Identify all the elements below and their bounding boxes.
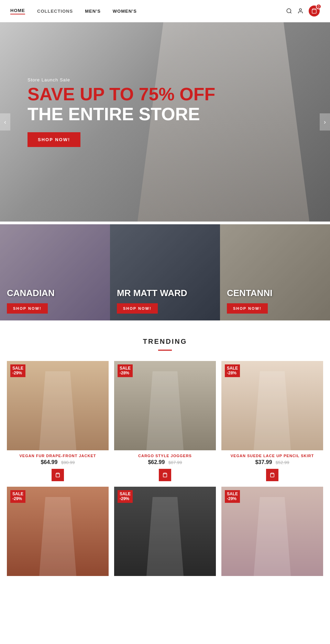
collection-overlay-2: MR MATT WARD SHOP NOW! — [110, 224, 220, 320]
price-current-3: $37.99 — [255, 459, 272, 465]
product-name-3: VEGAN SUEDE LACE UP PENCIL SKIRT — [221, 454, 323, 458]
price-old-2: $87.99 — [168, 460, 182, 465]
collection-cta-centanni[interactable]: SHOP NOW! — [227, 303, 268, 314]
sale-badge-2: SALE -28% — [118, 364, 133, 377]
product-image-3[interactable]: SALE -28% — [221, 361, 323, 450]
section-divider — [158, 350, 172, 351]
collection-title-canadian: CANADIAN — [7, 288, 103, 298]
hero-content: Store Launch Sale SAVE UP TO 75% OFF THE… — [28, 77, 215, 147]
hero-sale-text: SAVE UP TO 75% OFF — [28, 85, 215, 103]
header-icons: 0 — [286, 5, 320, 16]
product-card-6: SALE -29% — [221, 487, 323, 576]
sale-badge-4: SALE -29% — [10, 490, 25, 503]
price-old-3: $52.99 — [276, 460, 289, 465]
user-icon — [297, 8, 304, 14]
hero-tagline: THE ENTIRE STORE — [28, 104, 215, 124]
product-actions-1 — [7, 469, 109, 481]
hero-next-button[interactable]: › — [320, 113, 330, 131]
product-card-2: SALE -28% CARGO STYLE JOGGERS $62.99 $87… — [114, 361, 216, 481]
trending-title: TRENDING — [7, 338, 323, 346]
hero-cta-button[interactable]: SHOP NOW! — [28, 132, 80, 147]
product-actions-3 — [221, 469, 323, 481]
product-image-6[interactable]: SALE -29% — [221, 487, 323, 576]
product-card-5: SALE -29% — [114, 487, 216, 576]
product-price-3: $37.99 $52.99 — [221, 459, 323, 465]
sale-badge-5: SALE -29% — [118, 490, 133, 503]
hero-prev-button[interactable]: ‹ — [0, 113, 10, 131]
nav-mens[interactable]: MEN'S — [85, 9, 101, 14]
search-button[interactable] — [286, 8, 292, 14]
hero-section: Store Launch Sale SAVE UP TO 75% OFF THE… — [0, 22, 330, 222]
search-icon — [286, 8, 292, 14]
trending-section: TRENDING SALE -29% VEGAN FUR DRAPE-FRONT… — [0, 320, 330, 583]
add-to-cart-button-2[interactable] — [159, 469, 171, 481]
collection-title-mrward: MR MATT WARD — [117, 288, 213, 298]
sale-badge-1: SALE -29% — [10, 364, 25, 377]
collection-item-canadian[interactable]: CANADIAN SHOP NOW! — [0, 224, 110, 320]
price-current-1: $64.99 — [41, 459, 57, 465]
product-image-1[interactable]: SALE -29% — [7, 361, 109, 450]
svg-point-0 — [287, 9, 291, 13]
cart-add-icon-2 — [163, 473, 167, 477]
product-image-4[interactable]: SALE -29% — [7, 487, 109, 576]
nav-womens[interactable]: WOMEN'S — [113, 9, 137, 14]
collections-grid: CANADIAN SHOP NOW! MR MATT WARD SHOP NOW… — [0, 224, 330, 320]
user-button[interactable] — [297, 8, 304, 14]
product-price-1: $64.99 $90.99 — [7, 459, 109, 465]
collection-cta-mrward[interactable]: SHOP NOW! — [117, 303, 158, 314]
cart-badge: 0 — [316, 4, 321, 9]
cart-add-icon-3 — [270, 473, 275, 477]
collection-title-centanni: CENTANNI — [227, 288, 323, 298]
add-to-cart-button-3[interactable] — [266, 469, 278, 481]
products-grid: SALE -29% VEGAN FUR DRAPE-FRONT JACKET $… — [7, 361, 323, 576]
svg-line-1 — [290, 12, 291, 13]
price-current-2: $62.99 — [148, 459, 165, 465]
collection-overlay-1: CANADIAN SHOP NOW! — [0, 224, 110, 320]
sale-badge-3: SALE -28% — [225, 364, 240, 377]
price-old-1: $90.99 — [61, 460, 75, 465]
collection-item-centanni[interactable]: CENTANNI SHOP NOW! — [220, 224, 330, 320]
nav-collections[interactable]: COLLECTIONS — [37, 9, 73, 14]
collection-item-mrward[interactable]: MR MATT WARD SHOP NOW! — [110, 224, 220, 320]
product-card-3: SALE -28% VEGAN SUEDE LACE UP PENCIL SKI… — [221, 361, 323, 481]
collection-cta-canadian[interactable]: SHOP NOW! — [7, 303, 48, 314]
sale-badge-6: SALE -29% — [225, 490, 240, 503]
product-actions-2 — [114, 469, 216, 481]
hero-subtitle: Store Launch Sale — [28, 77, 215, 82]
svg-point-2 — [299, 9, 301, 11]
collection-overlay-3: CENTANNI SHOP NOW! — [220, 224, 330, 320]
cart-add-icon-1 — [55, 473, 60, 477]
product-name-2: CARGO STYLE JOGGERS — [114, 454, 216, 458]
nav-home[interactable]: HOME — [10, 8, 25, 14]
product-price-2: $62.99 $87.99 — [114, 459, 216, 465]
product-card-4: SALE -29% — [7, 487, 109, 576]
product-card-1: SALE -29% VEGAN FUR DRAPE-FRONT JACKET $… — [7, 361, 109, 481]
add-to-cart-button-1[interactable] — [52, 469, 64, 481]
cart-icon — [311, 8, 317, 14]
product-image-5[interactable]: SALE -29% — [114, 487, 216, 576]
main-nav: HOME COLLECTIONS MEN'S WOMEN'S — [10, 8, 286, 14]
header: HOME COLLECTIONS MEN'S WOMEN'S 0 — [0, 0, 330, 22]
product-image-2[interactable]: SALE -28% — [114, 361, 216, 450]
product-name-1: VEGAN FUR DRAPE-FRONT JACKET — [7, 454, 109, 458]
cart-button[interactable]: 0 — [309, 5, 320, 16]
